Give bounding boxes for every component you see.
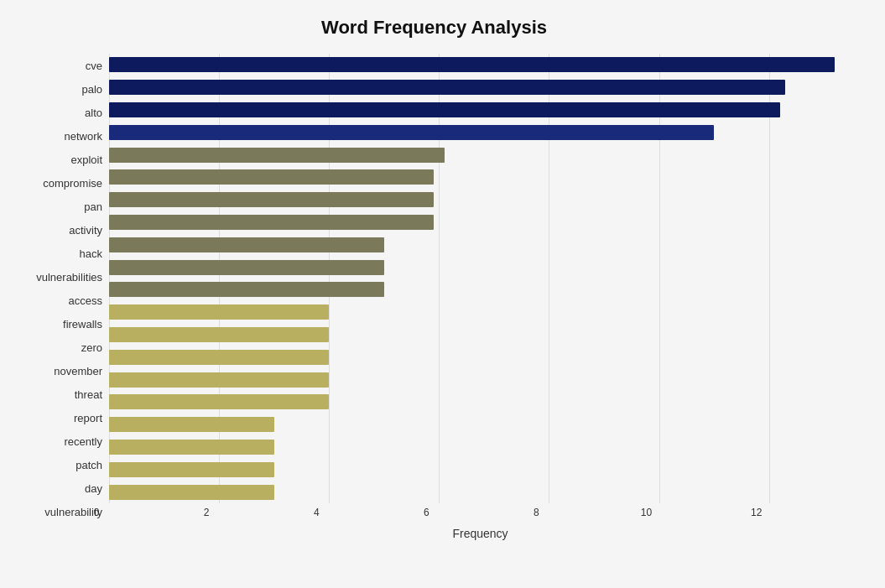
chart-container: Word Frequency Analysis cvepaloaltonetwo…: [0, 0, 885, 588]
bar-row-threat: [109, 370, 851, 390]
bar-patch: [109, 440, 274, 455]
bar-row-recently: [109, 414, 851, 434]
y-label-day: day: [17, 477, 102, 499]
bar-row-activity: [109, 212, 851, 232]
y-label-activity: activity: [17, 219, 102, 241]
bar-row-exploit: [109, 145, 851, 165]
bars-area: 024681012 Frequency: [109, 54, 851, 540]
x-tick-8: 8: [523, 507, 549, 518]
y-label-report: report: [17, 407, 102, 429]
bar-palo: [109, 80, 785, 95]
y-label-compromise: compromise: [17, 172, 102, 194]
bar-row-hack: [109, 235, 851, 255]
bar-recently: [109, 417, 274, 432]
bar-row-access: [109, 279, 851, 299]
bar-network: [109, 125, 714, 140]
bar-report: [109, 394, 329, 409]
y-label-pan: pan: [17, 195, 102, 217]
bar-row-november: [109, 347, 851, 367]
y-label-patch: patch: [17, 454, 102, 476]
bar-row-firewalls: [109, 302, 851, 322]
y-label-alto: alto: [17, 101, 102, 123]
y-label-access: access: [17, 289, 102, 311]
bar-threat: [109, 372, 329, 388]
x-tick-10: 10: [634, 507, 659, 518]
y-label-palo: palo: [17, 78, 102, 100]
x-tick-12: 12: [744, 507, 769, 518]
bar-row-compromise: [109, 167, 851, 187]
bar-activity: [109, 215, 434, 230]
x-tick-4: 4: [304, 507, 329, 518]
y-axis-labels: cvepaloaltonetworkexploitcompromisepanac…: [17, 54, 109, 540]
bar-cve: [109, 57, 835, 72]
bar-row-vulnerabilities: [109, 258, 851, 278]
chart-area: cvepaloaltonetworkexploitcompromisepanac…: [17, 54, 851, 540]
x-tick-6: 6: [414, 507, 439, 518]
bar-zero: [109, 327, 329, 342]
y-label-vulnerabilities: vulnerabilities: [17, 266, 102, 288]
y-label-network: network: [17, 125, 102, 147]
bar-pan: [109, 192, 434, 207]
bars-list: [109, 54, 851, 503]
bar-row-report: [109, 392, 851, 412]
x-tick-2: 2: [194, 507, 219, 518]
bar-row-vulnerability: [109, 482, 851, 502]
y-label-threat: threat: [17, 383, 102, 405]
bar-access: [109, 282, 384, 297]
bar-row-pan: [109, 190, 851, 210]
bar-row-alto: [109, 100, 851, 120]
bar-firewalls: [109, 304, 329, 320]
bar-compromise: [109, 169, 434, 185]
bar-alto: [109, 102, 780, 117]
x-tick-0: 0: [84, 507, 109, 518]
bar-vulnerabilities: [109, 260, 384, 275]
y-label-hack: hack: [17, 242, 102, 264]
y-label-zero: zero: [17, 336, 102, 358]
chart-title: Word Frequency Analysis: [17, 17, 851, 39]
bar-hack: [109, 237, 384, 252]
bar-day: [109, 462, 274, 477]
y-label-cve: cve: [17, 55, 102, 76]
x-axis-label: Frequency: [109, 527, 851, 540]
bar-row-network: [109, 122, 851, 143]
y-label-recently: recently: [17, 430, 102, 452]
bar-row-patch: [109, 437, 851, 457]
bar-row-zero: [109, 325, 851, 345]
y-label-november: november: [17, 360, 102, 382]
bar-row-palo: [109, 77, 851, 97]
y-label-firewalls: firewalls: [17, 313, 102, 335]
x-axis: 024681012: [109, 503, 851, 520]
bar-november: [109, 350, 329, 365]
grid-and-bars: 024681012: [109, 54, 851, 520]
bar-row-day: [109, 460, 851, 480]
bar-row-cve: [109, 55, 851, 75]
bar-exploit: [109, 148, 445, 163]
y-label-exploit: exploit: [17, 148, 102, 170]
bar-vulnerability: [109, 485, 274, 500]
